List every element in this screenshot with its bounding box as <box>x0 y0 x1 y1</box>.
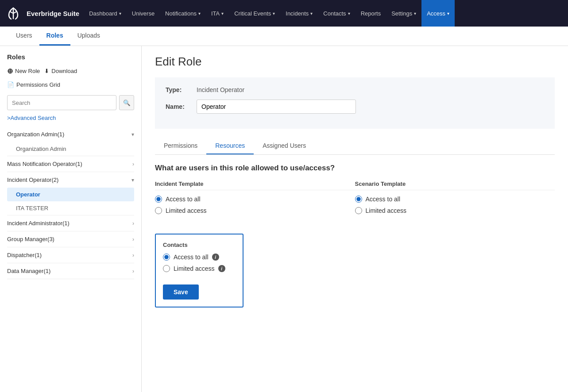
name-input[interactable] <box>197 100 356 114</box>
permissions-grid-button[interactable]: 📄 Permissions Grid <box>7 81 60 89</box>
nav-menu: Dashboard ▾ Universe Notifications ▾ ITA… <box>84 0 455 27</box>
save-button[interactable]: Save <box>163 284 199 300</box>
plus-icon: ⊕ <box>7 67 13 75</box>
chevron-right-icon: › <box>132 161 134 167</box>
chevron-down-icon: ▾ <box>131 131 134 138</box>
nav-item-universe[interactable]: Universe <box>127 0 160 27</box>
tab-uploads[interactable]: Uploads <box>70 27 107 46</box>
chevron-right-icon: › <box>132 236 134 242</box>
chevron-down-icon: ▾ <box>131 177 134 183</box>
role-group-header-group-manager[interactable]: Group Manager(3) › <box>7 231 134 247</box>
role-group-header-incident-operator[interactable]: Incident Operator(2) ▾ <box>7 172 134 188</box>
nav-item-critical-events[interactable]: Critical Events ▾ <box>229 0 280 27</box>
scenario-access-all-radio[interactable] <box>355 196 362 203</box>
contacts-limited-radio[interactable] <box>163 265 170 272</box>
tab-roles[interactable]: Roles <box>39 27 70 46</box>
resources-heading: What are users in this role allowed to u… <box>155 164 555 173</box>
contacts-section: Contacts Access to all i Limited access … <box>155 234 243 307</box>
nav-item-contacts[interactable]: Contacts ▾ <box>318 0 355 27</box>
role-group-mass-notification: Mass Notification Operator(1) › <box>7 156 134 172</box>
scenario-template-section: Scenario Template Access to all Limited … <box>355 181 555 229</box>
contacts-access-all-option[interactable]: Access to all i <box>163 254 236 261</box>
scenario-template-title: Scenario Template <box>355 181 555 190</box>
download-icon: ⬇ <box>44 68 49 74</box>
chevron-right-icon: › <box>132 220 134 227</box>
advanced-search-link[interactable]: >Advanced Search <box>7 115 134 121</box>
type-row: Type: Incident Operator <box>166 86 544 93</box>
contacts-limited-option[interactable]: Limited access i <box>163 265 236 272</box>
chevron-down-icon: ▾ <box>348 11 350 16</box>
chevron-right-icon: › <box>132 268 134 274</box>
tab-resources[interactable]: Resources <box>206 138 254 154</box>
new-role-button[interactable]: ⊕ New Role <box>7 66 40 76</box>
search-input[interactable] <box>7 95 116 110</box>
nav-item-notifications[interactable]: Notifications ▾ <box>160 0 206 27</box>
role-form: Type: Incident Operator Name: <box>155 77 555 129</box>
chevron-down-icon: ▾ <box>221 11 224 16</box>
nav-item-dashboard[interactable]: Dashboard ▾ <box>84 0 127 27</box>
nav-item-reports[interactable]: Reports <box>355 0 386 27</box>
scenario-limited-option[interactable]: Limited access <box>355 207 555 214</box>
page-title: Edit Role <box>155 55 555 69</box>
incident-template-section: Incident Template Access to all Limited … <box>155 181 355 229</box>
incident-limited-option[interactable]: Limited access <box>155 207 355 214</box>
search-button[interactable]: 🔍 <box>119 95 134 110</box>
contacts-access-all-radio[interactable] <box>163 254 170 261</box>
inner-tabs: Permissions Resources Assigned Users <box>155 138 555 155</box>
info-icon[interactable]: i <box>212 254 219 261</box>
role-group-incident-operator: Incident Operator(2) ▾ Operator ITA TEST… <box>7 172 134 215</box>
tab-users[interactable]: Users <box>9 27 39 46</box>
role-item-operator[interactable]: Operator <box>7 188 134 201</box>
app-logo[interactable]: Everbridge Suite <box>4 4 79 22</box>
nav-item-access[interactable]: Access ▾ <box>421 0 455 27</box>
info-icon[interactable]: i <box>218 265 225 272</box>
app-name: Everbridge Suite <box>27 10 79 17</box>
role-group-header-org-admin[interactable]: Organization Admin(1) ▾ <box>7 127 134 142</box>
role-group-dispatcher: Dispatcher(1) › <box>7 247 134 263</box>
sidebar-actions: ⊕ New Role ⬇ Download 📄 Permissions Grid <box>7 66 134 89</box>
contacts-options: Access to all i Limited access i <box>163 254 236 272</box>
type-value: Incident Operator <box>197 86 244 93</box>
incident-template-options: Access to all Limited access <box>155 196 355 214</box>
chevron-down-icon: ▾ <box>119 11 121 16</box>
sidebar: Roles ⊕ New Role ⬇ Download 📄 Permission… <box>0 46 142 392</box>
role-item-org-admin[interactable]: Organization Admin <box>7 142 134 156</box>
role-group-header-mass-notification[interactable]: Mass Notification Operator(1) › <box>7 156 134 172</box>
search-row: 🔍 <box>7 95 134 110</box>
incident-access-all-radio[interactable] <box>155 196 162 203</box>
incident-access-all-option[interactable]: Access to all <box>155 196 355 203</box>
nav-item-incidents[interactable]: Incidents ▾ <box>280 0 318 27</box>
scenario-access-all-option[interactable]: Access to all <box>355 196 555 203</box>
tab-permissions[interactable]: Permissions <box>155 138 206 154</box>
incident-limited-radio[interactable] <box>155 207 162 214</box>
role-item-ita-tester[interactable]: ITA TESTER <box>7 201 134 215</box>
role-group-header-dispatcher[interactable]: Dispatcher(1) › <box>7 247 134 263</box>
download-button[interactable]: ⬇ Download <box>44 66 77 76</box>
top-navigation: Everbridge Suite Dashboard ▾ Universe No… <box>0 0 568 27</box>
scenario-limited-radio[interactable] <box>355 207 362 214</box>
search-icon: 🔍 <box>123 100 131 106</box>
name-row: Name: <box>166 100 544 114</box>
sub-navigation: Users Roles Uploads <box>0 27 568 46</box>
incident-template-title: Incident Template <box>155 181 355 190</box>
chevron-down-icon: ▾ <box>447 11 449 16</box>
nav-item-settings[interactable]: Settings ▾ <box>386 0 421 27</box>
role-group-header-data-manager[interactable]: Data Manager(1) › <box>7 263 134 279</box>
main-layout: Roles ⊕ New Role ⬇ Download 📄 Permission… <box>0 46 568 392</box>
role-group-data-manager: Data Manager(1) › <box>7 263 134 279</box>
tab-assigned-users[interactable]: Assigned Users <box>254 138 315 154</box>
chevron-down-icon: ▾ <box>310 11 313 16</box>
nav-item-ita[interactable]: ITA ▾ <box>206 0 229 27</box>
chevron-down-icon: ▾ <box>414 11 416 16</box>
chevron-down-icon: ▾ <box>273 11 275 16</box>
role-group-org-admin: Organization Admin(1) ▾ Organization Adm… <box>7 127 134 156</box>
resources-grid: Incident Template Access to all Limited … <box>155 181 555 229</box>
contacts-title: Contacts <box>163 242 236 248</box>
chevron-right-icon: › <box>132 252 134 258</box>
role-group-header-incident-admin[interactable]: Incident Administrator(1) › <box>7 215 134 231</box>
sidebar-title: Roles <box>7 53 134 61</box>
type-label: Type: <box>166 86 197 93</box>
role-group-incident-admin: Incident Administrator(1) › <box>7 215 134 231</box>
name-label: Name: <box>166 103 197 110</box>
chevron-down-icon: ▾ <box>198 11 201 16</box>
